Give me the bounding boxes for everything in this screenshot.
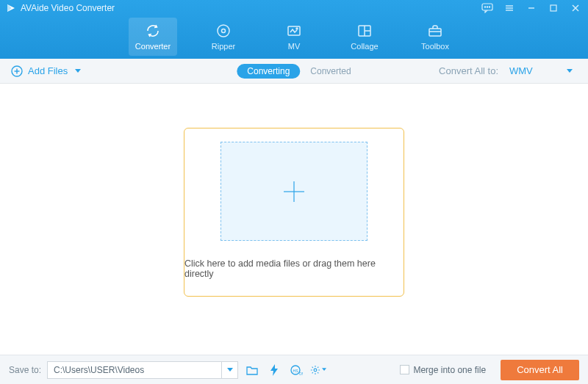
tab-toolbox[interactable]: Toolbox	[411, 18, 459, 56]
svg-text:HS: HS	[293, 368, 299, 372]
drop-zone-text: Click here to add media files or drag th…	[184, 258, 404, 279]
drop-zone[interactable]: Click here to add media files or drag th…	[184, 128, 404, 297]
tab-toolbox-label: Toolbox	[421, 42, 449, 51]
tab-collage-label: Collage	[351, 42, 378, 51]
svg-rect-8	[551, 5, 556, 11]
add-files-label: Add Files	[28, 65, 68, 76]
svg-point-11	[218, 25, 229, 37]
minimize-icon[interactable]	[525, 1, 538, 15]
chevron-down-icon	[75, 69, 81, 73]
svg-point-14	[296, 28, 298, 29]
open-folder-button[interactable]	[244, 362, 260, 378]
format-select[interactable]: WMV	[504, 63, 578, 79]
collage-icon	[356, 23, 373, 39]
converting-tab[interactable]: Converting	[237, 64, 300, 79]
chevron-down-icon	[567, 69, 573, 73]
svg-text:ON: ON	[299, 372, 303, 376]
convert-all-button[interactable]: Convert All	[501, 360, 579, 380]
close-icon[interactable]	[569, 1, 582, 15]
save-path-value: C:\Users\USER\Videos	[48, 365, 221, 375]
plus-circle-icon	[10, 65, 24, 78]
svg-rect-18	[429, 29, 441, 36]
drop-zone-inner	[220, 142, 368, 241]
app-title: AVAide Video Converter	[21, 3, 115, 13]
plus-icon	[279, 177, 309, 206]
svg-point-1	[484, 7, 485, 7]
svg-point-28	[314, 369, 317, 372]
merge-label: Merge into one file	[413, 365, 486, 375]
tab-ripper[interactable]: Ripper	[199, 18, 248, 56]
tab-converter-label: Converter	[135, 42, 171, 51]
svg-point-2	[487, 7, 487, 7]
svg-point-3	[489, 7, 490, 7]
mv-icon	[286, 23, 302, 39]
settings-button[interactable]	[310, 362, 326, 378]
tab-mv-label: MV	[288, 42, 301, 51]
svg-point-12	[222, 29, 226, 33]
tab-converter[interactable]: Converter	[129, 18, 177, 56]
tab-collage[interactable]: Collage	[340, 18, 389, 56]
hardware-accel-button[interactable]	[266, 362, 282, 378]
add-files-button[interactable]: Add Files	[10, 65, 81, 78]
chevron-down-icon[interactable]	[221, 362, 237, 378]
save-path-select[interactable]: C:\Users\USER\Videos	[47, 361, 238, 379]
high-speed-button[interactable]: HSON	[288, 362, 304, 378]
menu-icon[interactable]	[503, 1, 516, 15]
format-select-value: WMV	[509, 65, 553, 76]
feedback-icon[interactable]	[481, 1, 494, 15]
converted-tab[interactable]: Converted	[310, 66, 351, 76]
merge-checkbox[interactable]	[400, 365, 409, 374]
convert-all-to-label: Convert All to:	[439, 65, 498, 76]
save-to-label: Save to:	[9, 365, 41, 375]
tab-ripper-label: Ripper	[212, 42, 235, 51]
tab-mv[interactable]: MV	[270, 18, 318, 56]
converter-icon	[145, 23, 161, 39]
app-logo-icon	[6, 3, 16, 13]
maximize-icon[interactable]	[547, 1, 560, 15]
ripper-icon	[215, 23, 232, 39]
toolbox-icon	[427, 23, 443, 39]
convert-all-label: Convert All	[517, 364, 563, 375]
